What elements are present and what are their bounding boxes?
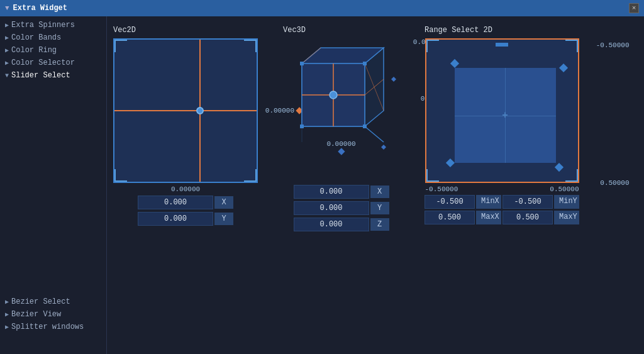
vec3d-z-row: Z xyxy=(294,218,389,231)
vec3d-x-row: X xyxy=(294,185,389,199)
arrow-icon-color-ring: ▶ xyxy=(5,47,9,54)
arrow-icon-color-selector: ▶ xyxy=(5,59,9,67)
corner-tick-br-h xyxy=(244,180,257,182)
corner-tick-bl-v xyxy=(114,169,116,182)
svg-line-9 xyxy=(365,126,384,142)
vec3d-z-input[interactable] xyxy=(294,218,369,231)
sidebar-item-splitter-windows[interactable]: ▶ Splitter windows xyxy=(0,321,106,333)
corner-tick-tl-v xyxy=(114,40,116,52)
vec3d-bottom-value: 0.00000 xyxy=(326,140,355,154)
sidebar: ▶ Extra Spinners ▶ Color Bands ▶ Color R… xyxy=(0,16,107,354)
vec2d-bottom-value: 0.00000 xyxy=(171,185,200,193)
arrow-icon-slider-select: ▼ xyxy=(5,72,9,79)
range2d-canvas[interactable]: + xyxy=(425,38,579,183)
svg-marker-12 xyxy=(391,77,396,82)
arrow-icon-bezier-view: ▶ xyxy=(5,311,9,318)
range-handle-tr[interactable] xyxy=(559,64,568,72)
range-tick-bl-v xyxy=(426,169,428,182)
sidebar-item-bezier-select[interactable]: ▶ Bezier Select xyxy=(0,296,106,308)
range-handle-top[interactable] xyxy=(496,43,508,47)
vec2d-y-label: Y xyxy=(214,213,233,225)
arrow-icon-extra-spinners: ▶ xyxy=(5,21,9,29)
vec2d-canvas[interactable] xyxy=(113,38,258,183)
range-top-value: -0.50000 xyxy=(596,41,630,49)
vec2d-title: Vec2D xyxy=(113,26,136,35)
vec2d-x-row: X xyxy=(138,196,233,209)
sidebar-label-bezier-view: Bezier View xyxy=(11,310,61,319)
vec2d-handle[interactable] xyxy=(196,107,204,114)
range-miny-label: MinY xyxy=(554,195,579,209)
corner-tick-bl-h xyxy=(114,180,127,182)
sidebar-item-slider-select[interactable]: ▼ Slider Select xyxy=(0,69,106,82)
range-miny-input[interactable] xyxy=(502,195,553,209)
range-min-row: MinX MinY xyxy=(425,195,579,209)
sidebar-item-color-selector[interactable]: ▶ Color Selector xyxy=(0,57,106,69)
vec3d-bottom-diamond xyxy=(338,148,345,155)
sidebar-item-color-bands[interactable]: ▶ Color Bands xyxy=(0,31,106,44)
title-bar: ▼ Extra Widget × xyxy=(0,0,644,16)
sidebar-label-bezier-select: Bezier Select xyxy=(11,297,70,306)
svg-point-11 xyxy=(330,91,337,99)
svg-rect-15 xyxy=(363,62,367,65)
range-selection[interactable]: + xyxy=(455,68,556,163)
svg-rect-16 xyxy=(300,124,304,128)
svg-rect-14 xyxy=(300,62,304,65)
range-handle-tl[interactable] xyxy=(450,59,458,68)
main-content: Vec2D xyxy=(107,16,644,354)
sidebar-label-slider-select: Slider Select xyxy=(11,71,70,80)
vec2d-x-label: X xyxy=(214,196,233,209)
title-icon: ▼ xyxy=(5,4,9,12)
sidebar-item-extra-spinners[interactable]: ▶ Extra Spinners xyxy=(0,19,106,31)
vec2d-y-input[interactable] xyxy=(138,212,213,226)
range-tick-tl-h xyxy=(426,40,439,41)
range-minx-input[interactable] xyxy=(425,195,475,209)
range-maxx-label: MaxX xyxy=(476,211,501,224)
corner-tick-tr-h xyxy=(244,40,257,41)
sidebar-item-bezier-view[interactable]: ▶ Bezier View xyxy=(0,308,106,321)
vec2d-x-input[interactable] xyxy=(138,196,213,209)
vec2d-h-line xyxy=(114,110,257,111)
corner-tick-tr-v xyxy=(255,40,257,52)
sidebar-label-color-bands: Color Bands xyxy=(11,33,61,42)
vec3d-z-label: Z xyxy=(370,218,389,231)
sidebar-item-color-ring[interactable]: ▶ Color Ring xyxy=(0,44,106,57)
range-tick-br-h xyxy=(565,180,578,182)
range-tick-tl-v xyxy=(426,40,428,52)
svg-marker-13 xyxy=(381,145,386,150)
svg-rect-17 xyxy=(363,124,367,128)
arrow-icon-bezier-select: ▶ xyxy=(5,298,9,306)
range-maxx-input[interactable] xyxy=(425,211,475,224)
vec3d-title: Vec3D xyxy=(283,26,306,35)
range-maxy-label: MaxY xyxy=(554,211,579,224)
vec3d-y-input[interactable] xyxy=(294,201,369,215)
corner-tick-tl-h xyxy=(114,40,127,41)
range-left-min: -0.50000 xyxy=(425,185,458,193)
widgets-row: Vec2D xyxy=(113,26,638,231)
range2d-title: Range Select 2D xyxy=(425,26,492,35)
range-bottom-value: 0.50000 xyxy=(600,179,629,187)
vec3d-y-label: Y xyxy=(370,202,389,214)
range-maxy-input[interactable] xyxy=(502,211,553,224)
range-tick-br-v xyxy=(577,169,578,182)
vec3d-panel: Vec3D xyxy=(283,26,399,231)
sidebar-label-extra-spinners: Extra Spinners xyxy=(11,21,75,30)
sidebar-label-color-ring: Color Ring xyxy=(11,46,57,55)
range-center-cross: + xyxy=(502,110,508,121)
sidebar-label-color-selector: Color Selector xyxy=(11,58,75,67)
range-max-row: MaxX MaxY xyxy=(425,211,579,224)
range-minx-label: MinX xyxy=(476,195,501,209)
range-tick-tr-v xyxy=(577,40,578,52)
vec2d-panel: Vec2D xyxy=(113,26,258,231)
vec2d-y-row: Y xyxy=(138,212,233,226)
arrow-icon-splitter-windows: ▶ xyxy=(5,323,9,331)
vec3d-x-label: X xyxy=(370,185,389,198)
vec3d-x-input[interactable] xyxy=(294,185,369,199)
range-tick-bl-h xyxy=(426,180,439,182)
range-tick-tr-h xyxy=(565,40,578,41)
vec3d-canvas[interactable] xyxy=(283,38,399,180)
close-button[interactable]: × xyxy=(629,3,639,13)
corner-tick-br-v xyxy=(255,169,257,182)
range-handle-br[interactable] xyxy=(554,163,563,172)
range-handle-bl[interactable] xyxy=(445,158,454,167)
range-right-max: 0.50000 xyxy=(550,185,579,193)
